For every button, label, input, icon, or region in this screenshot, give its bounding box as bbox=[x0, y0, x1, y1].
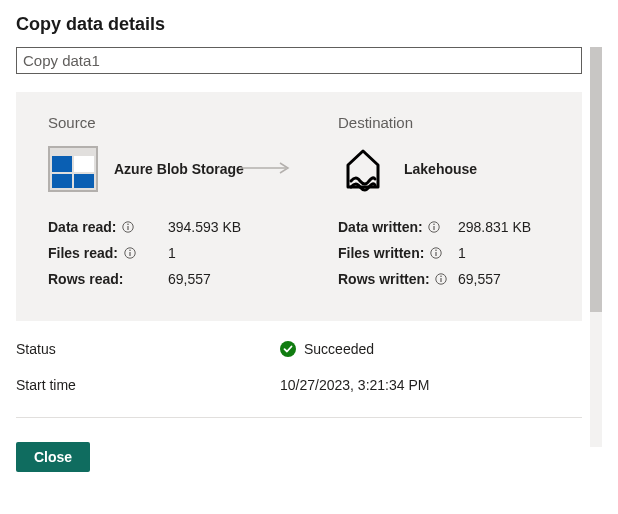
rows-read-label: Rows read: bbox=[48, 271, 123, 287]
svg-rect-4 bbox=[52, 174, 72, 188]
svg-point-11 bbox=[129, 250, 131, 252]
svg-point-22 bbox=[280, 341, 296, 357]
scrollbar-thumb[interactable] bbox=[590, 47, 602, 312]
svg-rect-18 bbox=[435, 252, 436, 256]
start-time-label: Start time bbox=[16, 377, 280, 393]
activity-name-input[interactable] bbox=[16, 47, 582, 74]
success-icon bbox=[280, 341, 296, 357]
status-value: Succeeded bbox=[304, 341, 374, 357]
files-read-value: 1 bbox=[168, 245, 176, 261]
status-label: Status bbox=[16, 341, 280, 357]
svg-rect-3 bbox=[74, 156, 94, 172]
dialog-title: Copy data details bbox=[16, 14, 602, 35]
source-heading: Source bbox=[48, 114, 338, 131]
files-written-label: Files written: bbox=[338, 245, 424, 261]
info-icon[interactable] bbox=[123, 247, 136, 260]
info-icon[interactable] bbox=[435, 273, 448, 286]
destination-heading: Destination bbox=[338, 114, 550, 131]
svg-rect-2 bbox=[52, 156, 72, 172]
data-written-value: 298.831 KB bbox=[458, 219, 531, 235]
files-read-label: Files read: bbox=[48, 245, 118, 261]
source-connector-label: Azure Blob Storage bbox=[114, 161, 244, 177]
svg-point-8 bbox=[127, 224, 129, 226]
rows-written-label: Rows written: bbox=[338, 271, 430, 287]
data-read-label: Data read: bbox=[48, 219, 116, 235]
rows-written-value: 69,557 bbox=[458, 271, 501, 287]
svg-point-14 bbox=[433, 224, 435, 226]
destination-connector-label: Lakehouse bbox=[404, 161, 477, 177]
copy-summary-card: Source Azure Blob Storage bbox=[16, 92, 582, 321]
arrow-right-icon bbox=[240, 161, 294, 177]
close-button[interactable]: Close bbox=[16, 442, 90, 472]
info-icon[interactable] bbox=[121, 221, 134, 234]
scrollbar[interactable] bbox=[590, 47, 602, 447]
svg-rect-21 bbox=[441, 278, 442, 282]
divider bbox=[16, 417, 582, 418]
svg-point-17 bbox=[435, 250, 437, 252]
start-time-value: 10/27/2023, 3:21:34 PM bbox=[280, 377, 429, 393]
svg-rect-15 bbox=[434, 226, 435, 230]
data-written-label: Data written: bbox=[338, 219, 423, 235]
data-read-value: 394.593 KB bbox=[168, 219, 241, 235]
azure-blob-storage-icon bbox=[48, 146, 98, 192]
info-icon[interactable] bbox=[429, 247, 442, 260]
lakehouse-icon bbox=[338, 146, 388, 192]
svg-point-20 bbox=[440, 276, 442, 278]
rows-read-value: 69,557 bbox=[168, 271, 211, 287]
svg-rect-5 bbox=[74, 174, 94, 188]
files-written-value: 1 bbox=[458, 245, 466, 261]
info-icon[interactable] bbox=[428, 221, 441, 234]
svg-rect-9 bbox=[127, 226, 128, 230]
svg-rect-12 bbox=[129, 252, 130, 256]
